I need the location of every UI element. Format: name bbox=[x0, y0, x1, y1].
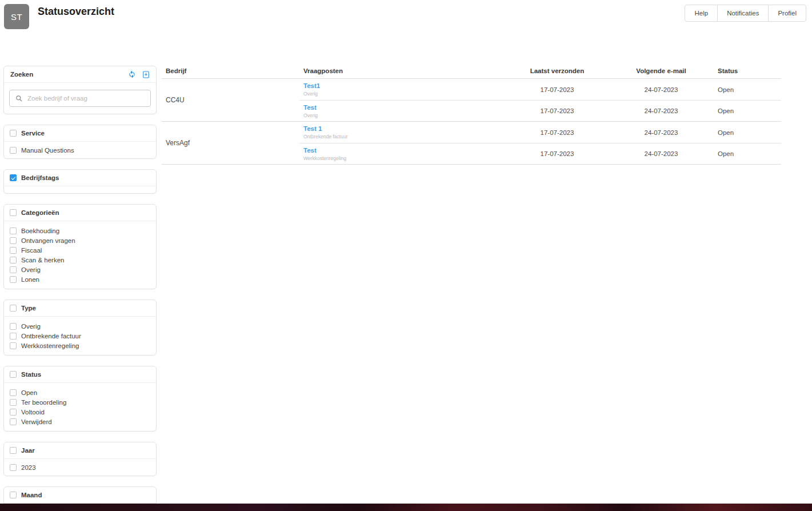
last-sent-date: 17-07-2023 bbox=[497, 150, 618, 157]
column-header-laatst-verzonden: Laatst verzonden bbox=[497, 67, 618, 74]
question-link[interactable]: Test bbox=[303, 147, 497, 154]
filter-header-label: Jaar bbox=[21, 447, 35, 454]
filter-card-header[interactable]: Categorieën bbox=[4, 205, 156, 221]
search-card-body bbox=[4, 82, 156, 114]
filter-card-header[interactable]: Status bbox=[4, 366, 156, 382]
filter-item-fiscaal[interactable]: Fiscaal bbox=[10, 245, 150, 255]
filter-item-label: Werkkostenregeling bbox=[21, 342, 79, 349]
question-type: Overig bbox=[303, 91, 497, 97]
filter-item-label: Ontvangen vragen bbox=[21, 237, 75, 244]
next-email-date: 24-07-2023 bbox=[618, 150, 705, 157]
checkbox-status[interactable] bbox=[10, 371, 17, 378]
table-header-row: Bedrijf Vraagposten Laatst verzonden Vol… bbox=[162, 63, 781, 79]
profile-button[interactable]: Profiel bbox=[768, 5, 806, 22]
checkbox[interactable] bbox=[10, 323, 17, 330]
status-value: Open bbox=[705, 107, 781, 114]
filter-item-label: Ter beoordeling bbox=[21, 399, 66, 406]
export-document-icon[interactable] bbox=[142, 71, 150, 78]
filter-item-ter-beoordeling[interactable]: Ter beoordeling bbox=[10, 397, 150, 407]
filter-item-label: Boekhouding bbox=[21, 227, 59, 234]
notifications-button[interactable]: Notificaties bbox=[717, 5, 769, 22]
table-group: VersAgf Test 1 Ontbrekende factuur 17-07… bbox=[162, 122, 781, 165]
checkbox[interactable] bbox=[10, 409, 17, 416]
page-title: Statusoverzicht bbox=[38, 6, 114, 18]
checkbox-bedrijfstags[interactable] bbox=[10, 174, 17, 181]
checkbox-jaar[interactable] bbox=[10, 447, 17, 454]
search-box bbox=[9, 90, 151, 107]
filter-card-categorieen: Categorieën Boekhouding Ontvangen vragen… bbox=[3, 204, 157, 289]
checkbox[interactable] bbox=[10, 399, 17, 406]
filter-header-label: Service bbox=[21, 130, 45, 137]
filter-item-scan-herken[interactable]: Scan & herken bbox=[10, 255, 150, 265]
filter-card-header[interactable]: Bedrijfstags bbox=[4, 170, 156, 186]
last-sent-date: 17-07-2023 bbox=[497, 129, 618, 136]
filter-item-werkkostenregeling[interactable]: Werkkostenregeling bbox=[10, 341, 150, 350]
question-link[interactable]: Test1 bbox=[303, 82, 497, 89]
checkbox[interactable] bbox=[10, 257, 17, 264]
next-email-date: 24-07-2023 bbox=[618, 107, 705, 114]
filter-card-header[interactable]: Type bbox=[4, 300, 156, 316]
column-header-bedrijf: Bedrijf bbox=[162, 67, 299, 74]
checkbox[interactable] bbox=[10, 333, 17, 340]
question-type: Ontbrekende factuur bbox=[303, 134, 497, 139]
status-value: Open bbox=[705, 86, 781, 93]
checkbox-manual-questions[interactable] bbox=[10, 147, 17, 154]
checkbox[interactable] bbox=[10, 266, 17, 273]
filter-item-open[interactable]: Open bbox=[10, 388, 150, 397]
filter-item-label: Overig bbox=[21, 266, 41, 273]
checkbox[interactable] bbox=[10, 464, 17, 471]
filter-item-overig-type[interactable]: Overig bbox=[10, 321, 150, 331]
next-email-date: 24-07-2023 bbox=[618, 129, 705, 136]
header-nav: Help Notificaties Profiel bbox=[685, 5, 806, 22]
app-logo: ST bbox=[4, 4, 29, 29]
question-link[interactable]: Test bbox=[303, 104, 497, 111]
refresh-icon[interactable] bbox=[128, 70, 136, 78]
checkbox-service[interactable] bbox=[10, 130, 17, 137]
help-button[interactable]: Help bbox=[685, 5, 718, 22]
status-value: Open bbox=[705, 150, 781, 157]
filter-item-ontbrekende-factuur[interactable]: Ontbrekende factuur bbox=[10, 331, 150, 341]
column-header-volgende-email: Volgende e-mail bbox=[618, 67, 705, 74]
checkbox[interactable] bbox=[10, 247, 17, 254]
filter-item-label: Fiscaal bbox=[21, 247, 42, 254]
checkbox[interactable] bbox=[10, 389, 17, 396]
checkbox[interactable] bbox=[10, 237, 17, 244]
filter-item-label: Ontbrekende factuur bbox=[21, 333, 81, 340]
search-card-header: Zoeken bbox=[4, 66, 156, 82]
next-email-date: 24-07-2023 bbox=[618, 86, 705, 93]
filter-item-verwijderd[interactable]: Verwijderd bbox=[10, 417, 150, 426]
table-group: CC4U Test1 Overig 17-07-2023 24-07-2023 … bbox=[162, 79, 781, 122]
checkbox[interactable] bbox=[10, 227, 17, 234]
filter-item-label: Manual Questions bbox=[21, 147, 74, 154]
checkbox-maand[interactable] bbox=[10, 492, 17, 498]
filter-item-ontvangen-vragen[interactable]: Ontvangen vragen bbox=[10, 235, 150, 245]
table-row: Test1 Overig 17-07-2023 24-07-2023 Open bbox=[299, 79, 781, 100]
checkbox[interactable] bbox=[10, 418, 17, 425]
filter-header-label: Type bbox=[21, 305, 36, 312]
filter-item-2023[interactable]: 2023 bbox=[10, 464, 150, 471]
checkbox[interactable] bbox=[10, 342, 17, 349]
filter-item-label: Lonen bbox=[21, 276, 39, 283]
question-link[interactable]: Test 1 bbox=[303, 125, 497, 132]
last-sent-date: 17-07-2023 bbox=[497, 86, 618, 93]
filter-header-label: Status bbox=[21, 371, 41, 378]
filter-item-label: 2023 bbox=[21, 464, 36, 471]
filter-item-manual-questions[interactable]: Manual Questions bbox=[10, 146, 150, 154]
search-input[interactable] bbox=[27, 95, 145, 102]
filter-item-voltooid[interactable]: Voltooid bbox=[10, 407, 150, 417]
filter-card-header[interactable]: Service bbox=[4, 125, 156, 141]
filter-item-overig[interactable]: Overig bbox=[10, 265, 150, 274]
filter-card-header[interactable]: Jaar bbox=[4, 442, 156, 458]
checkbox[interactable] bbox=[10, 276, 17, 283]
filter-item-lonen[interactable]: Lonen bbox=[10, 274, 150, 284]
checkbox-categorieen[interactable] bbox=[10, 209, 17, 216]
filter-item-label: Voltooid bbox=[21, 409, 45, 416]
filter-item-boekhouding[interactable]: Boekhouding bbox=[10, 226, 150, 235]
filter-item-label: Scan & herken bbox=[21, 257, 64, 264]
checkbox-type[interactable] bbox=[10, 305, 17, 312]
app-header: ST Statusoverzicht Help Notificaties Pro… bbox=[0, 0, 812, 34]
filter-item-label: Verwijderd bbox=[21, 418, 52, 425]
filter-card-header[interactable]: Maand bbox=[4, 487, 156, 503]
question-type: Overig bbox=[303, 113, 497, 118]
column-header-vraagposten: Vraagposten bbox=[299, 67, 497, 74]
